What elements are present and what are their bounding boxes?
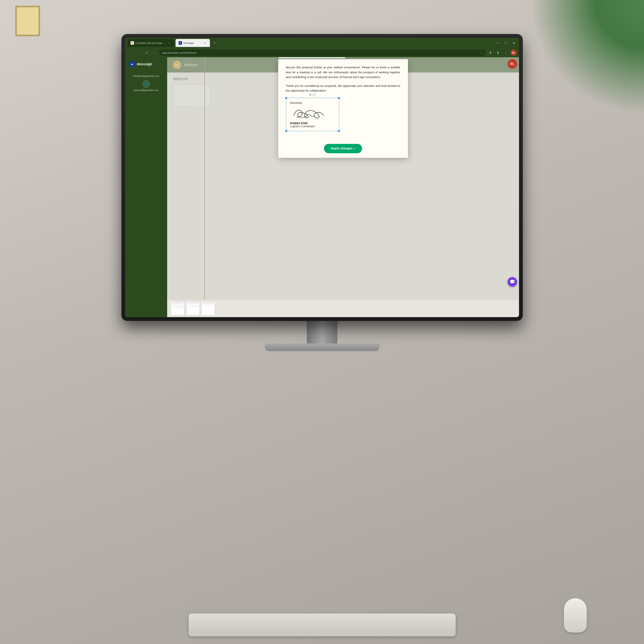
monitor-stand-base xyxy=(265,343,379,351)
thumb-line xyxy=(188,303,198,304)
monitor-stand-neck xyxy=(307,321,337,343)
tab-gmail-label: Complete with Docusign: Doc... xyxy=(135,42,166,44)
chrome-profile-avatar[interactable]: RL xyxy=(511,50,517,56)
address-bar-icons: ☆ xyxy=(480,51,483,54)
thumb-line xyxy=(188,305,198,305)
docusign-favicon: D xyxy=(179,41,182,45)
apply-changes-label: Apply changes xyxy=(331,147,353,150)
thumb-line xyxy=(172,303,183,304)
monitor-bezel: M Complete with Docusign: Doc... ✕ D Doc… xyxy=(122,34,522,321)
document-modal: 𝐴 IA Text ▤ Forms ▾ ✒ S xyxy=(278,59,408,158)
docusign-logo-text: docusign xyxy=(137,62,152,66)
signer-name: OVIDIU STEF xyxy=(290,122,335,125)
contact-email: hello@reallygreatsite.com xyxy=(129,75,163,77)
thumb-line xyxy=(203,305,214,305)
chrome-titlebar: M Complete with Docusign: Doc... ✕ D Doc… xyxy=(125,38,519,48)
monitor: M Complete with Docusign: Doc... ✕ D Doc… xyxy=(122,34,522,359)
apply-changes-container: Apply changes › xyxy=(278,141,408,158)
thumbnail-3[interactable] xyxy=(202,302,215,315)
address-url: apps.docusign.com/send/home xyxy=(162,51,197,54)
tab-gmail[interactable]: M Complete with Docusign: Doc... ✕ xyxy=(127,39,174,47)
signature-image xyxy=(290,106,328,119)
docusign-logo-icon: ■■ xyxy=(129,61,135,67)
home-button[interactable]: ⌂ xyxy=(152,50,158,56)
gmail-favicon: M xyxy=(131,41,134,45)
sig-resize-handle[interactable]: ⊞ | ▾ xyxy=(308,93,317,97)
thumb-line xyxy=(172,306,183,307)
resize-chevron-down: ▾ xyxy=(314,93,315,96)
wall-art-frame xyxy=(15,6,40,36)
share-button[interactable]: ⬆ xyxy=(487,50,493,56)
chat-bubble-button[interactable]: 💬 xyxy=(508,277,517,287)
download-button[interactable]: ⬇ xyxy=(495,50,501,56)
sig-corner-tr xyxy=(338,97,340,99)
chrome-addressbar: ← → ↺ ⌂ apps.docusign.com/send/home ☆ ⬆ … xyxy=(125,48,519,57)
chrome-extra-icons: ⬆ ⬇ ⋮ xyxy=(487,50,509,56)
back-button[interactable]: ← xyxy=(127,50,134,56)
bookmark-icon[interactable]: ☆ xyxy=(480,51,483,54)
document-paragraph-1: discuss this proposal further at your ea… xyxy=(286,65,400,80)
menu-button[interactable]: ⋮ xyxy=(503,50,509,56)
thumb-line xyxy=(203,303,214,304)
globe-icon: 🌐 xyxy=(143,81,150,87)
left-sidebar: ■■ docusign hello@reallygreatsite.com 🌐 … xyxy=(125,57,167,317)
thumb-line xyxy=(172,305,183,305)
thumbnail-1[interactable] xyxy=(171,302,184,315)
sidebar-contact: hello@reallygreatsite.com 🌐 www.reallygr… xyxy=(125,71,167,95)
new-tab-button[interactable]: + xyxy=(211,40,218,46)
document-content: discuss this proposal further at your ea… xyxy=(278,59,408,141)
main-content: RL Welcom Welcom xyxy=(167,57,519,317)
chat-icon: 💬 xyxy=(509,279,515,285)
reload-button[interactable]: ↺ xyxy=(143,50,150,56)
apply-changes-button[interactable]: Apply changes › xyxy=(324,144,362,153)
window-controls: — □ ✕ xyxy=(495,40,517,46)
sincerely-label: Sincerely, xyxy=(290,101,335,104)
thumb-line xyxy=(172,308,183,308)
keyboard xyxy=(189,613,456,636)
minimize-button[interactable]: — xyxy=(495,40,501,46)
mouse xyxy=(564,598,587,633)
sig-corner-tl xyxy=(285,97,287,99)
monitor-screen: M Complete with Docusign: Doc... ✕ D Doc… xyxy=(125,38,519,317)
resize-icon: ⊞ xyxy=(310,93,311,96)
contact-website: www.reallygreatsite.com xyxy=(129,89,163,92)
restore-button[interactable]: □ xyxy=(503,40,509,46)
document-overlay: 𝐴 IA Text ▤ Forms ▾ ✒ S xyxy=(167,57,519,317)
tab-gmail-close[interactable]: ✕ xyxy=(168,41,171,45)
tab-docusign-label: Docusign xyxy=(184,42,194,44)
tab-docusign-close[interactable]: ✕ xyxy=(203,41,207,45)
document-toolbar: 𝐴 IA Text ▤ Forms ▾ ✒ S xyxy=(278,57,346,58)
signature-block-container: ⊞ | ▾ Sincerely, xyxy=(286,98,400,135)
right-profile-avatar[interactable]: RL xyxy=(508,59,517,69)
signer-title: Logistics Coordinator xyxy=(290,125,335,128)
tab-docusign[interactable]: D Docusign ✕ xyxy=(176,39,210,47)
sig-corner-bl xyxy=(285,130,287,132)
signature-block[interactable]: ⊞ | ▾ Sincerely, xyxy=(286,98,339,131)
thumb-line xyxy=(188,306,198,307)
bottom-thumbnails xyxy=(167,300,519,317)
document-paragraph-2: Thank you for considering our proposal. … xyxy=(286,83,400,93)
thumbnail-2[interactable] xyxy=(186,302,200,315)
sig-corner-br xyxy=(338,130,340,132)
resize-separator: | xyxy=(313,93,313,96)
docusign-logo: ■■ docusign xyxy=(125,61,167,71)
address-bar[interactable]: apps.docusign.com/send/home ☆ xyxy=(160,50,485,56)
apply-arrow-icon: › xyxy=(354,147,355,151)
close-window-button[interactable]: ✕ xyxy=(511,40,517,46)
docusign-app: ■■ docusign hello@reallygreatsite.com 🌐 … xyxy=(125,57,519,317)
forward-button[interactable]: → xyxy=(135,50,142,56)
